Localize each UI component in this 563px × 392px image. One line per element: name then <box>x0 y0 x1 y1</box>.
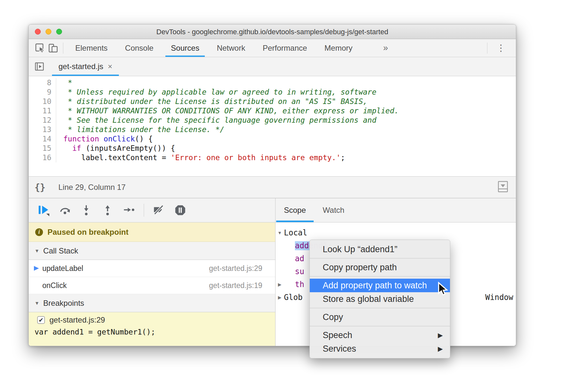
code-text: * distributed under the License is distr… <box>56 97 368 106</box>
more-panels-chevron-icon[interactable]: » <box>381 43 391 53</box>
deactivate-breakpoints-button[interactable] <box>152 204 165 217</box>
paused-banner: i Paused on breakpoint <box>29 222 275 242</box>
line-number[interactable]: 15 <box>29 144 56 153</box>
call-stack-title: Call Stack <box>43 246 78 255</box>
tab-scope[interactable]: Scope <box>276 198 314 222</box>
line-number[interactable]: 9 <box>29 88 56 97</box>
show-navigator-icon[interactable] <box>34 61 45 72</box>
line-number[interactable]: 10 <box>29 97 56 106</box>
menu-item-label: Speech <box>323 330 352 340</box>
breakpoint-label: get-started.js:29 <box>49 315 105 325</box>
line-number[interactable]: 12 <box>29 116 56 125</box>
menu-item-label: Look Up “addend1” <box>323 244 397 254</box>
code-text: label.textContent = 'Error: one or both … <box>56 153 345 162</box>
code-line: 16 label.textContent = 'Error: one or bo… <box>29 153 516 162</box>
code-text: * See the License for the specific langu… <box>56 116 376 125</box>
step-into-button[interactable] <box>80 204 93 217</box>
line-number[interactable]: 16 <box>29 153 56 162</box>
call-stack-header[interactable]: ▼ Call Stack <box>29 242 275 260</box>
call-stack-frame[interactable]: updateLabelget-started.js:29 <box>29 260 275 277</box>
code-editor[interactable]: 8 *9 * Unless required by applicable law… <box>29 76 516 176</box>
code-line: 8 * <box>29 78 516 88</box>
tab-elements[interactable]: Elements <box>67 39 116 57</box>
menu-item-label: Store as global variable <box>323 294 414 304</box>
paused-banner-text: Paused on breakpoint <box>47 228 129 237</box>
code-text: * <box>56 78 72 88</box>
breakpoints-title: Breakpoints <box>43 299 84 308</box>
tab-sources[interactable]: Sources <box>162 39 208 57</box>
menu-separator <box>310 308 450 308</box>
chevron-down-icon: ▼ <box>35 248 39 253</box>
step-over-button[interactable] <box>58 204 71 217</box>
code-line: 9 * Unless required by applicable law or… <box>29 88 516 97</box>
disclosure-triangle-icon[interactable]: ▼ <box>276 230 284 235</box>
close-file-tab-icon[interactable]: × <box>108 62 112 71</box>
line-number[interactable]: 8 <box>29 78 56 88</box>
title-bar: DevTools - googlechrome.github.io/devtoo… <box>29 25 516 39</box>
pretty-print-icon[interactable]: {} <box>35 182 46 193</box>
menu-item-label: Copy <box>323 312 343 322</box>
scope-section-row[interactable]: ▼Local <box>276 226 516 239</box>
tab-console[interactable]: Console <box>116 39 162 57</box>
menu-item-services[interactable]: Services▶ <box>310 342 450 356</box>
inspect-element-icon[interactable] <box>35 43 46 54</box>
code-text: * WITHOUT WARRANTIES OR CONDITIONS OF AN… <box>56 106 399 116</box>
breakpoint-checkbox[interactable]: ✔ <box>37 316 45 324</box>
property-name: th <box>295 280 304 289</box>
tab-memory[interactable]: Memory <box>316 39 361 57</box>
line-number[interactable]: 11 <box>29 106 56 116</box>
menu-item-label: Add property path to watch <box>323 281 427 291</box>
file-tab-get-started-js[interactable]: get-started.js × <box>52 57 119 76</box>
toolbar-divider <box>144 204 144 217</box>
tab-network[interactable]: Network <box>208 39 254 57</box>
sources-file-tabbar: get-started.js × <box>29 57 516 76</box>
code-line: 11 * WITHOUT WARRANTIES OR CONDITIONS OF… <box>29 106 516 116</box>
resume-script-button[interactable] <box>37 204 50 217</box>
step-out-button[interactable] <box>101 204 114 217</box>
menu-item-copy[interactable]: Copy <box>310 310 450 324</box>
line-number[interactable]: 13 <box>29 125 56 134</box>
tab-watch[interactable]: Watch <box>314 198 353 222</box>
cursor-position: Line 29, Column 17 <box>58 183 126 192</box>
devtools-main-toolbar: ElementsConsoleSourcesNetworkPerformance… <box>29 39 516 57</box>
menu-item-speech[interactable]: Speech▶ <box>310 328 450 342</box>
toolbar-divider <box>63 43 63 54</box>
call-stack-frame[interactable]: onClickget-started.js:19 <box>29 277 275 294</box>
frame-location: get-started.js:29 <box>209 264 262 273</box>
window-title: DevTools - googlechrome.github.io/devtoo… <box>29 28 516 36</box>
panel-tabs: ElementsConsoleSourcesNetworkPerformance… <box>67 39 361 57</box>
code-text: * limitations under the License. */ <box>56 125 224 134</box>
code-line: 12 * See the License for the specific la… <box>29 116 516 125</box>
code-line: 14function onClick() { <box>29 134 516 144</box>
menu-item-add-property-path-to-watch[interactable]: Add property path to watch <box>310 279 450 292</box>
breakpoints-header[interactable]: ▼ Breakpoints <box>29 294 275 312</box>
context-menu: Look Up “addend1”Copy property pathAdd p… <box>309 240 450 358</box>
code-line: 15 if (inputsAreEmpty()) { <box>29 144 516 153</box>
menu-item-look-up-addend1[interactable]: Look Up “addend1” <box>310 242 450 256</box>
disclosure-triangle-icon[interactable]: ▶ <box>276 295 284 300</box>
mouse-cursor <box>437 282 450 298</box>
menu-item-copy-property-path[interactable]: Copy property path <box>310 261 450 274</box>
editor-status-bar: {} Line 29, Column 17 <box>29 176 516 198</box>
property-name: su <box>295 267 304 276</box>
menu-separator <box>310 276 450 277</box>
frame-location: get-started.js:19 <box>209 281 262 290</box>
menu-separator <box>310 258 450 259</box>
disclosure-triangle-icon[interactable]: ▶ <box>276 282 284 287</box>
menu-item-store-as-global-variable[interactable]: Store as global variable <box>310 292 450 306</box>
breakpoint-code: var addend1 = getNumber1(); <box>29 328 275 336</box>
scope-watch-tabs: ScopeWatch <box>276 198 516 222</box>
device-toolbar-icon[interactable] <box>47 43 58 54</box>
code-line: 13 * limitations under the License. */ <box>29 125 516 134</box>
customize-devtools-menu-icon[interactable]: ⋮ <box>493 43 509 53</box>
collapse-sidebar-icon[interactable] <box>497 180 509 194</box>
scope-section-label: Glob <box>284 293 303 302</box>
breakpoint-entry[interactable]: ✔get-started.js:29var addend1 = getNumbe… <box>29 312 275 346</box>
submenu-arrow-icon: ▶ <box>438 345 443 353</box>
step-button[interactable] <box>122 204 135 217</box>
pause-on-exceptions-button[interactable] <box>174 204 187 217</box>
code-line: 10 * distributed under the License is di… <box>29 97 516 106</box>
code-text: if (inputsAreEmpty()) { <box>56 144 175 153</box>
line-number[interactable]: 14 <box>29 134 56 144</box>
tab-performance[interactable]: Performance <box>254 39 316 57</box>
